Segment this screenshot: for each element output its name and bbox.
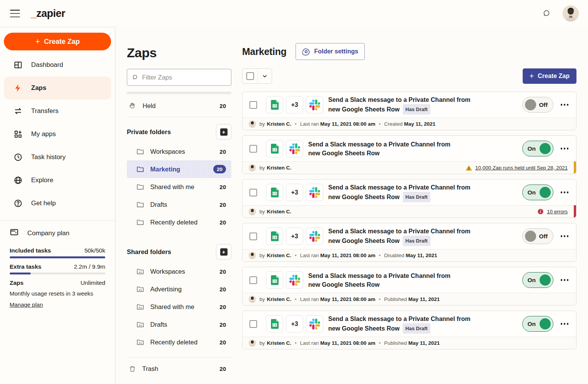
zap-checkbox[interactable]: [249, 145, 257, 153]
top-bar: _zapier: [0, 0, 588, 27]
zap-title[interactable]: Send a Slack message to a Private Channe…: [328, 227, 470, 246]
has-draft-badge: Has Draft: [403, 323, 430, 334]
owner-avatar: [249, 208, 256, 215]
folder-settings-button[interactable]: Folder settings: [296, 43, 365, 60]
byline-prefix: by: [259, 296, 265, 302]
slack-app-icon: [286, 140, 303, 157]
zap-toggle-on[interactable]: On: [522, 316, 553, 332]
slack-app-icon: [306, 228, 323, 245]
zap-toggle-on[interactable]: On: [522, 141, 553, 156]
zap-menu-icon[interactable]: [560, 145, 570, 152]
folders-panel: Zaps Held 20 Private folders + Workspace…: [115, 27, 242, 384]
menu-icon[interactable]: [10, 10, 20, 17]
zaps-quota-value: Unlimited: [80, 279, 105, 286]
folder-label: Workspaces: [150, 148, 185, 155]
more-apps-badge: +3: [286, 184, 303, 201]
folder-item-shared-with-me[interactable]: Shared with me20: [127, 178, 231, 196]
zap-meta: Last ran May 11, 2021 08:00 am: [300, 253, 375, 258]
google-sheets-app-icon: [266, 315, 283, 332]
zap-app-icons: [266, 140, 303, 157]
zap-alert-link[interactable]: 10,000 Zap runs held until Sep 28, 2021: [475, 165, 568, 171]
zap-toggle-off[interactable]: Off: [522, 97, 553, 113]
sidebar-item-zaps[interactable]: Zaps: [4, 76, 111, 100]
manage-plan-link[interactable]: Manage plan: [10, 301, 43, 308]
sidebar-item-dashboard[interactable]: Dashboard: [4, 53, 111, 76]
zap-footer: byKristen C.•Last ran May 11, 2021 08:00…: [243, 249, 576, 261]
folder-item-marketing[interactable]: Marketing20: [127, 160, 231, 178]
zap-app-icons: [266, 271, 303, 289]
add-shared-folder-button[interactable]: +: [216, 244, 231, 259]
zap-toggle-off[interactable]: Off: [522, 228, 553, 244]
zap-row: +3Send a Slack message to a Private Chan…: [242, 91, 576, 130]
folder-item-workspaces[interactable]: Workspaces20: [127, 143, 231, 160]
google-sheets-app-icon: [266, 96, 283, 113]
toggle-knob: [540, 143, 551, 154]
zap-icon: [13, 83, 23, 93]
included-tasks-label: Included tasks: [10, 247, 51, 254]
folder-item-recently-deleted[interactable]: Recently deleted20: [127, 333, 231, 351]
sidebar-item-task-history[interactable]: Task history: [4, 146, 111, 169]
private-folders-title: Private folders: [127, 128, 171, 136]
zap-toggle-on[interactable]: On: [522, 185, 553, 200]
create-zap-button-main[interactable]: + Create Zap: [523, 68, 576, 84]
zap-row: Send a Slack message to a Private Channe…: [242, 267, 576, 306]
folder-item-shared-with-me[interactable]: Shared with me20: [127, 298, 231, 316]
folder-item-drafts[interactable]: Drafts20: [127, 196, 231, 213]
zap-title[interactable]: Send a Slack message to a Private Channe…: [308, 271, 450, 289]
shared-folders-header: Shared folders +: [127, 244, 231, 259]
warning-icon: [465, 165, 472, 171]
company-plan-row[interactable]: Company plan: [10, 228, 105, 239]
zap-menu-icon[interactable]: [560, 189, 570, 196]
sidebar-item-transfers[interactable]: Transfers: [4, 100, 111, 123]
sidebar-item-explore[interactable]: Explore: [4, 169, 111, 192]
zap-menu-icon[interactable]: [560, 101, 570, 108]
trash-count: 20: [219, 366, 226, 372]
zap-checkbox[interactable]: [249, 233, 257, 240]
zap-title[interactable]: Send a Slack message to a Private Channe…: [328, 95, 470, 115]
zap-menu-icon[interactable]: [560, 277, 570, 283]
zap-title[interactable]: Send a Slack message to a Private Channe…: [308, 140, 450, 158]
select-all-checkbox[interactable]: [243, 69, 258, 83]
create-zap-button-sidebar[interactable]: + Create Zap: [4, 33, 111, 50]
folder-item-recently-deleted[interactable]: Recently deleted20: [127, 213, 231, 231]
folder-item-advertising[interactable]: Advertising20: [127, 280, 231, 298]
zap-checkbox[interactable]: [249, 189, 257, 196]
logo-underscore: _: [31, 8, 37, 20]
company-plan-icon: [10, 228, 19, 239]
zap-alert-link[interactable]: 10 errors: [547, 209, 568, 214]
zap-title[interactable]: Send a Slack message to a Private Channe…: [328, 314, 470, 334]
folder-item-workspaces[interactable]: Workspaces20: [127, 263, 231, 280]
zap-title[interactable]: Send a Slack message to a Private Channe…: [328, 183, 470, 202]
search-icon[interactable]: [540, 7, 553, 20]
folder-item-held[interactable]: Held 20: [127, 97, 231, 115]
filter-zaps-input[interactable]: [142, 74, 226, 81]
zap-toggle-on[interactable]: On: [522, 272, 553, 288]
task-history-icon: [13, 153, 23, 162]
folder-count: 20: [219, 148, 226, 155]
zap-footer: byKristen C.10 errors: [243, 205, 576, 218]
owner-avatar: [249, 164, 256, 171]
zapier-logo[interactable]: _zapier: [31, 8, 65, 20]
sidebar-item-label: My apps: [31, 130, 56, 138]
zap-menu-icon[interactable]: [560, 321, 570, 327]
held-count: 20: [219, 103, 226, 109]
sidebar-item-my-apps[interactable]: My apps: [4, 123, 111, 146]
folder-count: 20: [219, 304, 226, 310]
zap-menu-icon[interactable]: [560, 233, 570, 239]
folder-count: 20: [219, 321, 226, 328]
sidebar-item-get-help[interactable]: Get help: [4, 192, 111, 215]
add-private-folder-button[interactable]: +: [216, 124, 231, 140]
folder-item-drafts[interactable]: Drafts20: [127, 316, 231, 333]
zap-checkbox[interactable]: [249, 276, 257, 284]
owner-avatar: [249, 296, 256, 303]
zap-checkbox[interactable]: [249, 320, 257, 328]
folder-icon: [136, 165, 145, 173]
slack-app-icon: [286, 271, 303, 289]
user-avatar[interactable]: [563, 5, 579, 22]
extra-tasks-label: Extra tasks: [10, 263, 42, 270]
folder-item-trash[interactable]: Trash 20: [127, 360, 231, 377]
folder-label: Recently deleted: [150, 219, 198, 226]
bulk-actions-dropdown[interactable]: [258, 69, 272, 83]
slack-app-icon: [306, 184, 323, 201]
zap-checkbox[interactable]: [249, 101, 257, 109]
